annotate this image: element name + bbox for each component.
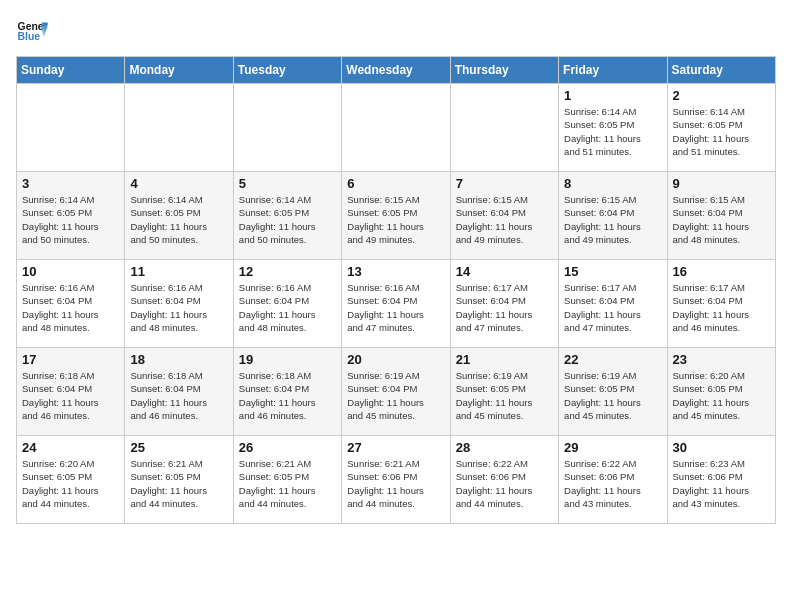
- calendar-cell: 6Sunrise: 6:15 AM Sunset: 6:05 PM Daylig…: [342, 172, 450, 260]
- day-info: Sunrise: 6:15 AM Sunset: 6:04 PM Dayligh…: [456, 193, 553, 246]
- calendar-cell: [17, 84, 125, 172]
- day-number: 5: [239, 176, 336, 191]
- day-info: Sunrise: 6:16 AM Sunset: 6:04 PM Dayligh…: [22, 281, 119, 334]
- logo: General Blue: [16, 16, 48, 48]
- day-number: 17: [22, 352, 119, 367]
- calendar-cell: 14Sunrise: 6:17 AM Sunset: 6:04 PM Dayli…: [450, 260, 558, 348]
- calendar-cell: 8Sunrise: 6:15 AM Sunset: 6:04 PM Daylig…: [559, 172, 667, 260]
- day-number: 10: [22, 264, 119, 279]
- day-info: Sunrise: 6:22 AM Sunset: 6:06 PM Dayligh…: [456, 457, 553, 510]
- day-info: Sunrise: 6:14 AM Sunset: 6:05 PM Dayligh…: [564, 105, 661, 158]
- day-number: 14: [456, 264, 553, 279]
- weekday-header: Sunday: [17, 57, 125, 84]
- weekday-header: Wednesday: [342, 57, 450, 84]
- day-info: Sunrise: 6:14 AM Sunset: 6:05 PM Dayligh…: [22, 193, 119, 246]
- day-info: Sunrise: 6:14 AM Sunset: 6:05 PM Dayligh…: [130, 193, 227, 246]
- calendar-cell: 2Sunrise: 6:14 AM Sunset: 6:05 PM Daylig…: [667, 84, 775, 172]
- calendar-cell: 10Sunrise: 6:16 AM Sunset: 6:04 PM Dayli…: [17, 260, 125, 348]
- weekday-header: Monday: [125, 57, 233, 84]
- calendar-cell: 30Sunrise: 6:23 AM Sunset: 6:06 PM Dayli…: [667, 436, 775, 524]
- page-header: General Blue: [16, 16, 776, 48]
- calendar-cell: 17Sunrise: 6:18 AM Sunset: 6:04 PM Dayli…: [17, 348, 125, 436]
- calendar-cell: 3Sunrise: 6:14 AM Sunset: 6:05 PM Daylig…: [17, 172, 125, 260]
- day-info: Sunrise: 6:18 AM Sunset: 6:04 PM Dayligh…: [130, 369, 227, 422]
- day-number: 2: [673, 88, 770, 103]
- day-number: 7: [456, 176, 553, 191]
- calendar-cell: 23Sunrise: 6:20 AM Sunset: 6:05 PM Dayli…: [667, 348, 775, 436]
- day-number: 28: [456, 440, 553, 455]
- day-info: Sunrise: 6:21 AM Sunset: 6:05 PM Dayligh…: [239, 457, 336, 510]
- day-info: Sunrise: 6:16 AM Sunset: 6:04 PM Dayligh…: [239, 281, 336, 334]
- calendar-cell: [233, 84, 341, 172]
- calendar-cell: 1Sunrise: 6:14 AM Sunset: 6:05 PM Daylig…: [559, 84, 667, 172]
- day-info: Sunrise: 6:17 AM Sunset: 6:04 PM Dayligh…: [456, 281, 553, 334]
- calendar-cell: 21Sunrise: 6:19 AM Sunset: 6:05 PM Dayli…: [450, 348, 558, 436]
- day-number: 25: [130, 440, 227, 455]
- day-number: 6: [347, 176, 444, 191]
- calendar-cell: [450, 84, 558, 172]
- day-number: 9: [673, 176, 770, 191]
- day-number: 1: [564, 88, 661, 103]
- day-number: 26: [239, 440, 336, 455]
- day-number: 22: [564, 352, 661, 367]
- day-number: 11: [130, 264, 227, 279]
- calendar: SundayMondayTuesdayWednesdayThursdayFrid…: [16, 56, 776, 524]
- day-info: Sunrise: 6:15 AM Sunset: 6:04 PM Dayligh…: [564, 193, 661, 246]
- day-info: Sunrise: 6:18 AM Sunset: 6:04 PM Dayligh…: [22, 369, 119, 422]
- day-info: Sunrise: 6:17 AM Sunset: 6:04 PM Dayligh…: [673, 281, 770, 334]
- calendar-cell: 18Sunrise: 6:18 AM Sunset: 6:04 PM Dayli…: [125, 348, 233, 436]
- weekday-header: Saturday: [667, 57, 775, 84]
- day-number: 30: [673, 440, 770, 455]
- day-info: Sunrise: 6:18 AM Sunset: 6:04 PM Dayligh…: [239, 369, 336, 422]
- day-info: Sunrise: 6:19 AM Sunset: 6:05 PM Dayligh…: [564, 369, 661, 422]
- day-info: Sunrise: 6:16 AM Sunset: 6:04 PM Dayligh…: [347, 281, 444, 334]
- day-info: Sunrise: 6:19 AM Sunset: 6:04 PM Dayligh…: [347, 369, 444, 422]
- calendar-cell: 19Sunrise: 6:18 AM Sunset: 6:04 PM Dayli…: [233, 348, 341, 436]
- svg-text:Blue: Blue: [18, 31, 41, 42]
- day-info: Sunrise: 6:19 AM Sunset: 6:05 PM Dayligh…: [456, 369, 553, 422]
- calendar-cell: 4Sunrise: 6:14 AM Sunset: 6:05 PM Daylig…: [125, 172, 233, 260]
- day-info: Sunrise: 6:22 AM Sunset: 6:06 PM Dayligh…: [564, 457, 661, 510]
- day-number: 13: [347, 264, 444, 279]
- calendar-cell: 9Sunrise: 6:15 AM Sunset: 6:04 PM Daylig…: [667, 172, 775, 260]
- day-info: Sunrise: 6:20 AM Sunset: 6:05 PM Dayligh…: [673, 369, 770, 422]
- calendar-cell: 16Sunrise: 6:17 AM Sunset: 6:04 PM Dayli…: [667, 260, 775, 348]
- day-number: 18: [130, 352, 227, 367]
- calendar-cell: 5Sunrise: 6:14 AM Sunset: 6:05 PM Daylig…: [233, 172, 341, 260]
- calendar-cell: 13Sunrise: 6:16 AM Sunset: 6:04 PM Dayli…: [342, 260, 450, 348]
- day-number: 29: [564, 440, 661, 455]
- calendar-cell: 20Sunrise: 6:19 AM Sunset: 6:04 PM Dayli…: [342, 348, 450, 436]
- calendar-cell: [125, 84, 233, 172]
- day-info: Sunrise: 6:17 AM Sunset: 6:04 PM Dayligh…: [564, 281, 661, 334]
- day-info: Sunrise: 6:23 AM Sunset: 6:06 PM Dayligh…: [673, 457, 770, 510]
- calendar-cell: 25Sunrise: 6:21 AM Sunset: 6:05 PM Dayli…: [125, 436, 233, 524]
- day-number: 4: [130, 176, 227, 191]
- day-info: Sunrise: 6:16 AM Sunset: 6:04 PM Dayligh…: [130, 281, 227, 334]
- calendar-cell: 12Sunrise: 6:16 AM Sunset: 6:04 PM Dayli…: [233, 260, 341, 348]
- day-number: 3: [22, 176, 119, 191]
- day-number: 27: [347, 440, 444, 455]
- calendar-cell: 15Sunrise: 6:17 AM Sunset: 6:04 PM Dayli…: [559, 260, 667, 348]
- day-info: Sunrise: 6:14 AM Sunset: 6:05 PM Dayligh…: [673, 105, 770, 158]
- calendar-cell: 24Sunrise: 6:20 AM Sunset: 6:05 PM Dayli…: [17, 436, 125, 524]
- day-number: 15: [564, 264, 661, 279]
- day-number: 24: [22, 440, 119, 455]
- calendar-cell: 27Sunrise: 6:21 AM Sunset: 6:06 PM Dayli…: [342, 436, 450, 524]
- day-number: 21: [456, 352, 553, 367]
- weekday-header: Thursday: [450, 57, 558, 84]
- day-number: 20: [347, 352, 444, 367]
- calendar-cell: [342, 84, 450, 172]
- day-number: 19: [239, 352, 336, 367]
- day-info: Sunrise: 6:14 AM Sunset: 6:05 PM Dayligh…: [239, 193, 336, 246]
- day-info: Sunrise: 6:21 AM Sunset: 6:05 PM Dayligh…: [130, 457, 227, 510]
- day-info: Sunrise: 6:21 AM Sunset: 6:06 PM Dayligh…: [347, 457, 444, 510]
- calendar-cell: 28Sunrise: 6:22 AM Sunset: 6:06 PM Dayli…: [450, 436, 558, 524]
- day-info: Sunrise: 6:15 AM Sunset: 6:04 PM Dayligh…: [673, 193, 770, 246]
- weekday-header: Friday: [559, 57, 667, 84]
- weekday-header: Tuesday: [233, 57, 341, 84]
- day-number: 16: [673, 264, 770, 279]
- calendar-cell: 29Sunrise: 6:22 AM Sunset: 6:06 PM Dayli…: [559, 436, 667, 524]
- day-info: Sunrise: 6:15 AM Sunset: 6:05 PM Dayligh…: [347, 193, 444, 246]
- calendar-cell: 11Sunrise: 6:16 AM Sunset: 6:04 PM Dayli…: [125, 260, 233, 348]
- day-number: 12: [239, 264, 336, 279]
